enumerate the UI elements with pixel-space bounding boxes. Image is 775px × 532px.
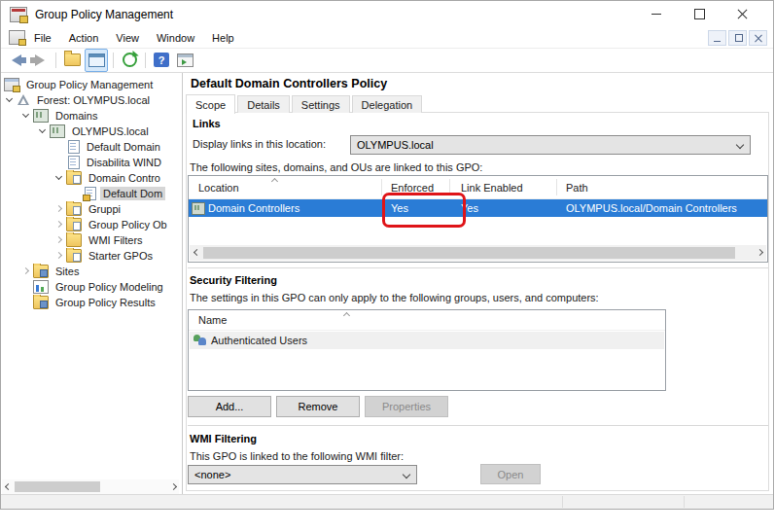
modeling-chart-icon	[33, 280, 49, 294]
tree-item-forest[interactable]: Forest: OLYMPUS.local	[1, 92, 182, 108]
links-heading: Links	[193, 118, 221, 129]
scrollbar-thumb[interactable]	[15, 481, 100, 492]
location-dropdown[interactable]: OLYMPUS.local	[350, 135, 751, 155]
links-table: Location Enforced Link Enabled Path Doma…	[188, 175, 768, 263]
tree-item-olympus-local[interactable]: OLYMPUS.local	[1, 124, 182, 139]
tree-item-group-policy-results[interactable]: Group Policy Results	[1, 295, 182, 310]
wmi-filter-value: <none>	[194, 469, 230, 480]
forward-icon	[35, 54, 45, 66]
add-button[interactable]: Add...	[188, 396, 271, 417]
links-table-horizontal-scrollbar[interactable]	[190, 245, 766, 261]
tree-item-disabilita-wind[interactable]: Disabilita WIND	[1, 155, 182, 170]
back-icon	[12, 54, 21, 66]
scroll-left-icon[interactable]	[3, 481, 13, 492]
menu-help[interactable]: Help	[203, 29, 243, 47]
tab-scope[interactable]: Scope	[186, 94, 235, 114]
scroll-right-icon[interactable]	[755, 247, 764, 258]
tree-item-domain-controllers-ou[interactable]: Domain Contro	[1, 170, 182, 186]
folder-icon	[66, 218, 82, 231]
console-tree-pane: Group Policy Management Forest: OLYMPUS.…	[1, 73, 183, 495]
expander-closed-icon[interactable]	[53, 233, 66, 247]
maximize-button[interactable]	[678, 1, 721, 27]
refresh-button[interactable]	[119, 50, 140, 71]
tab-strip: Scope Details Settings Delegation	[186, 95, 424, 114]
help-button[interactable]: ?	[151, 50, 172, 71]
expander-open-icon[interactable]	[36, 124, 50, 138]
forest-icon	[17, 94, 30, 106]
new-window-button[interactable]	[174, 50, 195, 71]
menu-window[interactable]: Window	[148, 29, 203, 47]
gpo-icon	[68, 140, 80, 154]
title-bar: Group Policy Management	[1, 1, 773, 27]
menu-action[interactable]: Action	[60, 29, 108, 47]
scrollbar-thumb[interactable]	[203, 247, 735, 259]
folder-icon	[66, 233, 82, 247]
domain-icon	[50, 124, 65, 138]
tree-item-root[interactable]: Group Policy Management	[1, 77, 182, 92]
sort-ascending-icon	[344, 312, 350, 317]
mdi-minimize-button[interactable]	[708, 30, 726, 46]
users-group-icon	[194, 335, 207, 346]
refresh-icon	[123, 53, 137, 67]
results-folder-icon	[33, 296, 49, 309]
column-path[interactable]: Path	[566, 182, 588, 194]
column-link-enabled[interactable]: Link Enabled	[461, 182, 523, 194]
expander-open-icon[interactable]	[53, 171, 66, 185]
column-location[interactable]: Location	[198, 182, 239, 194]
console-tree-toggle-button[interactable]	[85, 49, 108, 72]
location-dropdown-value: OLYMPUS.local	[357, 139, 434, 151]
menu-view[interactable]: View	[107, 29, 148, 47]
tree-item-group-policy-objects[interactable]: Group Policy Ob	[1, 217, 182, 232]
wmi-filtering-heading: WMI Filtering	[190, 433, 257, 444]
tree-horizontal-scrollbar[interactable]	[2, 479, 179, 494]
path-value: OLYMPUS.local/Domain Controllers	[566, 202, 737, 214]
tree-item-default-domain-controllers-policy[interactable]: Default Dom	[1, 186, 182, 201]
folder-icon	[66, 249, 82, 263]
back-button[interactable]	[6, 50, 27, 71]
close-button[interactable]	[721, 1, 763, 27]
tree-item-sites[interactable]: Sites	[1, 264, 182, 279]
minimize-button[interactable]	[635, 1, 678, 27]
toolbar-separator	[55, 53, 56, 68]
tree-item-starter-gpos[interactable]: Starter GPOs	[1, 248, 182, 264]
column-name[interactable]: Name	[198, 314, 227, 326]
group-policy-management-window: Group Policy Management File Action View…	[0, 0, 774, 510]
console-tree-toggle-icon	[88, 53, 105, 67]
expander-closed-icon[interactable]	[53, 218, 66, 231]
expander-open-icon[interactable]	[3, 93, 17, 107]
open-button[interactable]: Open	[480, 464, 541, 484]
scroll-left-icon[interactable]	[192, 247, 201, 258]
scroll-right-icon[interactable]	[168, 481, 178, 492]
properties-button[interactable]: Properties	[365, 396, 448, 417]
list-item-authenticated-users[interactable]: Authenticated Users	[190, 332, 664, 349]
table-row-domain-controllers[interactable]: Domain Controllers Yes Yes OLYMPUS.local…	[189, 199, 767, 217]
expander-closed-icon[interactable]	[53, 249, 66, 263]
tree-item-default-domain-policy[interactable]: Default Domain	[1, 139, 182, 155]
tab-details[interactable]: Details	[237, 95, 290, 113]
expander-closed-icon[interactable]	[53, 202, 66, 216]
menu-file[interactable]: File	[25, 29, 60, 47]
tree-item-domains[interactable]: Domains	[1, 108, 182, 124]
mdi-close-button[interactable]	[749, 30, 767, 46]
tab-settings[interactable]: Settings	[292, 95, 350, 113]
expander-closed-icon[interactable]	[19, 265, 33, 278]
tree-item-wmi-filters[interactable]: WMI Filters	[1, 232, 182, 248]
tree-item-gruppi[interactable]: Gruppi	[1, 201, 182, 217]
wmi-filtering-description: This GPO is linked to the following WMI …	[190, 450, 404, 462]
new-window-icon	[177, 53, 194, 67]
wmi-filter-dropdown[interactable]: <none>	[188, 465, 417, 484]
scope-tab-page: Links Display links in this location: OL…	[186, 112, 769, 491]
up-one-level-button[interactable]	[61, 50, 83, 71]
links-intro: The following sites, domains, and OUs ar…	[190, 161, 482, 173]
tree-item-group-policy-modeling[interactable]: Group Policy Modeling	[1, 279, 182, 295]
expander-open-icon[interactable]	[19, 109, 33, 123]
forward-button[interactable]	[29, 50, 51, 71]
up-one-level-icon	[64, 53, 81, 66]
security-list-header: Name	[189, 310, 665, 331]
toolbar: ?	[1, 48, 773, 73]
mdi-restore-button[interactable]	[728, 30, 747, 46]
remove-button[interactable]: Remove	[276, 396, 360, 417]
sort-ascending-icon	[272, 178, 278, 183]
tab-delegation[interactable]: Delegation	[352, 95, 423, 113]
status-bar	[1, 494, 773, 509]
